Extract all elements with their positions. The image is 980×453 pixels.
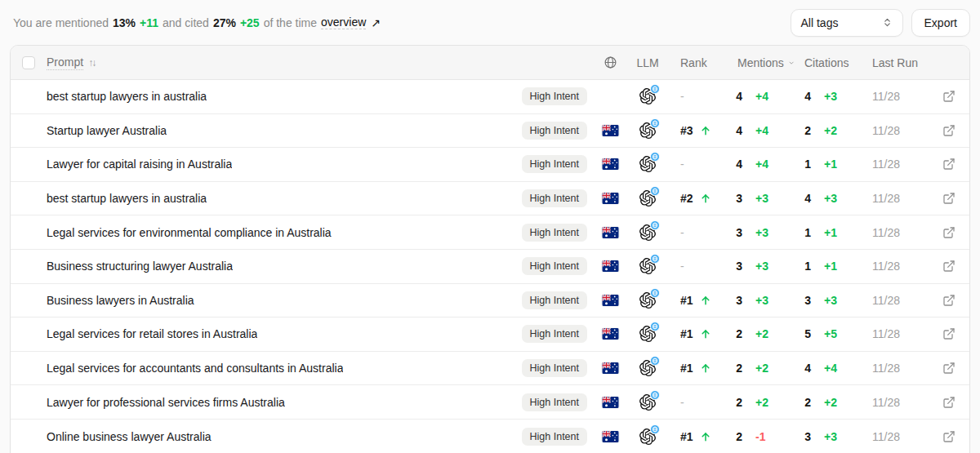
tags-filter-select[interactable]: All tags: [791, 9, 903, 37]
external-link-icon[interactable]: [942, 260, 956, 273]
australia-flag-icon: [602, 125, 619, 136]
rank-value: -: [680, 226, 684, 239]
overview-link[interactable]: overview: [321, 16, 366, 29]
table-row[interactable]: Business structuring lawyer Australia Hi…: [11, 250, 969, 284]
openai-logo-icon: [639, 428, 657, 446]
external-link-icon[interactable]: [942, 396, 956, 409]
table-row[interactable]: Startup lawyer Australia High Intent: [11, 114, 969, 149]
prompt-text: Business lawyers in Australia: [47, 294, 194, 307]
external-link-icon[interactable]: [942, 226, 956, 239]
rank-up-icon: [700, 431, 711, 442]
australia-flag-icon: [602, 362, 619, 374]
citations-delta: +3: [824, 294, 837, 307]
citations-delta: +2: [824, 124, 837, 137]
external-link-icon[interactable]: [942, 430, 956, 443]
external-link-icon[interactable]: [942, 90, 956, 103]
citations-delta: +1: [824, 158, 837, 171]
table-row[interactable]: Business lawyers in Australia High Inten…: [11, 284, 969, 318]
external-link-icon[interactable]: [942, 362, 956, 375]
citations-count: 2: [795, 124, 811, 137]
external-link-icon[interactable]: [942, 192, 956, 205]
summary-suffix: of the time: [264, 16, 317, 29]
export-button[interactable]: Export: [911, 9, 970, 37]
citations-count: 1: [795, 158, 811, 171]
web-search-badge-icon: [650, 186, 660, 196]
summary-middle: and cited: [163, 16, 209, 29]
prompt-text: Startup lawyer Australia: [47, 124, 167, 137]
prompts-table: Prompt ↑↓ LLM Rank Mentions Citations La…: [10, 45, 970, 453]
mentions-count: 2: [726, 430, 742, 443]
last-run-date: 11/28: [865, 158, 929, 171]
table-row[interactable]: best startup lawyers in australia High I…: [11, 182, 969, 216]
openai-logo-icon: [639, 224, 657, 242]
web-search-badge-icon: [650, 84, 660, 94]
mentions-delta: +2: [755, 327, 768, 340]
web-search-badge-icon: [650, 356, 660, 366]
table-body: best startup lawyers in australia High I…: [11, 80, 969, 453]
select-all-checkbox[interactable]: [22, 56, 35, 69]
citations-delta: +3: [824, 430, 837, 443]
web-search-badge-icon: [650, 424, 660, 434]
citations-column-label: Citations: [804, 56, 849, 69]
mentions-delta: -1: [755, 430, 765, 443]
toolbar-controls: All tags Export: [791, 9, 970, 37]
mentions-sort-header[interactable]: Mentions: [726, 56, 795, 69]
table-row[interactable]: Online business lawyer Australia High In…: [11, 420, 969, 453]
external-link-icon[interactable]: [942, 124, 956, 137]
table-row[interactable]: Legal services for environmental complia…: [11, 215, 969, 250]
prompt-column-label: Prompt: [47, 56, 83, 70]
prompt-text: Legal services for retail stores in Aust…: [47, 327, 257, 340]
external-link-icon[interactable]: [942, 158, 956, 171]
mentions-delta: +4: [755, 90, 768, 103]
prompt-text: best startup lawyers in australia: [47, 192, 207, 205]
last-run-date: 11/28: [865, 226, 929, 239]
last-run-date: 11/28: [865, 192, 929, 205]
rank-up-icon: [700, 328, 711, 340]
web-search-badge-icon: [650, 390, 660, 400]
prompt-text: best startup lawyers in australia: [47, 90, 207, 103]
table-row[interactable]: Legal services for accountants and consu…: [11, 352, 969, 386]
prompt-text: Business structuring lawyer Australia: [47, 260, 233, 273]
prompt-text: Online business lawyer Australia: [47, 430, 212, 443]
web-search-badge-icon: [650, 152, 660, 162]
table-row[interactable]: Lawyer for professional services firms A…: [11, 385, 969, 420]
rank-value: #1: [680, 430, 693, 443]
citations-count: 1: [795, 226, 811, 239]
intent-badge: High Intent: [522, 428, 587, 446]
mentions-delta: +2: [755, 362, 768, 375]
citations-delta: +4: [824, 362, 837, 375]
rank-value: #3: [680, 124, 693, 137]
citations-count: 3: [795, 294, 811, 307]
intent-badge: High Intent: [522, 224, 587, 242]
rank-up-icon: [700, 125, 711, 136]
last-run-date: 11/28: [865, 90, 929, 103]
rank-value: -: [680, 260, 684, 273]
mentions-delta: +3: [755, 294, 768, 307]
openai-logo-icon: [639, 189, 657, 207]
citations-delta: +3: [824, 90, 837, 103]
last-run-date: 11/28: [865, 396, 929, 409]
prompt-text: Lawyer for capital raising in Australia: [47, 158, 232, 171]
australia-flag-icon: [602, 193, 619, 204]
intent-badge: High Intent: [522, 257, 587, 275]
citations-column-header: Citations: [795, 56, 865, 69]
llm-column-header: LLM: [628, 56, 667, 69]
prompt-sort-header[interactable]: Prompt ↑↓: [47, 56, 592, 70]
openai-logo-icon: [639, 155, 657, 173]
australia-flag-icon: [602, 431, 619, 442]
intent-badge: High Intent: [522, 325, 587, 343]
last-run-date: 11/28: [865, 260, 929, 273]
external-link-icon[interactable]: [942, 294, 956, 307]
table-row[interactable]: best startup lawyers in australia High I…: [11, 80, 969, 114]
openai-logo-icon: [639, 257, 657, 275]
table-row[interactable]: Legal services for retail stores in Aust…: [11, 318, 969, 352]
mentions-count: 4: [726, 158, 742, 171]
mentions-delta: +3: [755, 226, 768, 239]
table-row[interactable]: Lawyer for capital raising in Australia …: [11, 148, 969, 182]
intent-badge: High Intent: [522, 189, 587, 207]
summary-prefix: You are mentioned: [13, 16, 109, 29]
external-link-icon[interactable]: [942, 327, 956, 340]
web-search-badge-icon: [650, 220, 660, 230]
rank-up-icon: [700, 295, 711, 306]
mentions-count: 4: [726, 90, 742, 103]
